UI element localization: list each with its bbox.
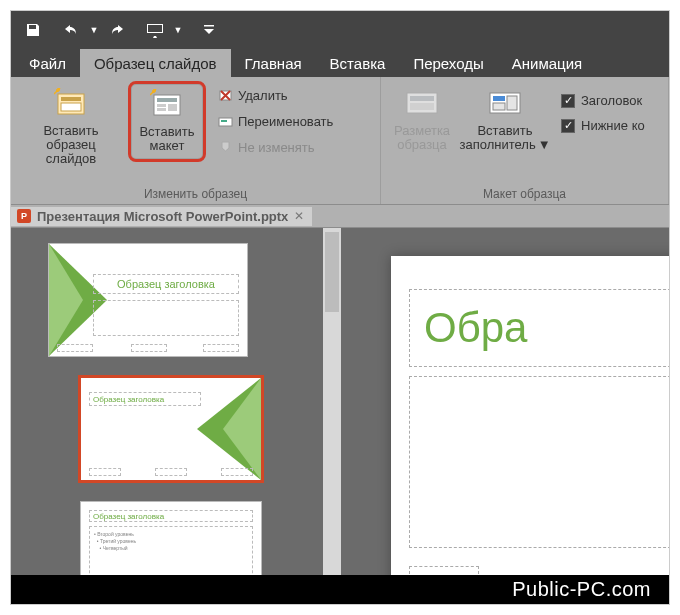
tab-transitions[interactable]: Переходы [399, 49, 497, 77]
svg-rect-0 [204, 25, 214, 27]
svg-rect-16 [493, 96, 505, 101]
quick-access-toolbar: ▼ ▼ [11, 11, 669, 49]
placeholder-icon [487, 85, 523, 121]
master-layout-button: Разметка образца [387, 81, 457, 157]
title-checkbox[interactable]: ✓ [561, 94, 575, 108]
document-tab[interactable]: P Презентация Microsoft PowerPoint.pptx … [11, 207, 312, 226]
tab-insert[interactable]: Вставка [316, 49, 400, 77]
title-placeholder[interactable]: Обра [409, 289, 669, 367]
title-checkbox-row[interactable]: ✓ Заголовок [559, 89, 647, 112]
undo-button[interactable] [57, 16, 85, 44]
delete-icon [216, 86, 234, 104]
footers-checkbox-row[interactable]: ✓ Нижние ко [559, 114, 647, 137]
slide-master-icon [53, 85, 89, 121]
insert-placeholder-label-1: Вставить [477, 124, 532, 138]
thumbnails-scrollbar[interactable] [323, 228, 341, 604]
rename-label: Переименовать [238, 114, 333, 129]
group-edit-master-label: Изменить образец [11, 185, 380, 204]
master-layout-label-1: Разметка [394, 124, 450, 138]
tab-file[interactable]: Файл [15, 49, 80, 77]
current-slide[interactable]: Обра [391, 256, 669, 596]
content-placeholder[interactable] [409, 376, 669, 548]
rename-button[interactable]: Переименовать [213, 109, 336, 133]
svg-rect-7 [157, 108, 166, 111]
thumbnails-pane[interactable]: Образец заголовка Образец заголовка [11, 228, 341, 604]
svg-rect-11 [221, 120, 227, 122]
ribbon: Вставить образец слайдов Вставить макет [11, 77, 669, 205]
svg-rect-5 [157, 98, 177, 102]
tab-slide-master[interactable]: Образец слайдов [80, 49, 231, 77]
delete-button[interactable]: Удалить [213, 83, 336, 107]
footers-checkbox[interactable]: ✓ [561, 119, 575, 133]
preserve-label: Не изменять [238, 140, 315, 155]
save-button[interactable] [19, 16, 47, 44]
master-layout-icon [404, 85, 440, 121]
tab-animations[interactable]: Анимация [498, 49, 596, 77]
footers-checkbox-label: Нижние ко [581, 118, 645, 133]
redo-button[interactable] [103, 16, 131, 44]
thumb-master-title: Образец заголовка [117, 278, 215, 290]
preserve-button[interactable]: Не изменять [213, 135, 336, 159]
thumb-layout2-title: Образец заголовка [93, 512, 164, 521]
slide-master-thumbnail[interactable]: Образец заголовка [49, 244, 247, 356]
title-checkbox-label: Заголовок [581, 93, 642, 108]
watermark: Public-PC.com [11, 575, 669, 604]
master-layout-label-2: образца [397, 138, 447, 152]
rename-icon [216, 112, 234, 130]
delete-label: Удалить [238, 88, 288, 103]
layout-icon [149, 86, 185, 122]
document-tab-close[interactable]: ✕ [294, 209, 304, 223]
insert-slide-master-label-2: образец слайдов [22, 138, 120, 166]
insert-slide-master-label-1: Вставить [43, 124, 98, 138]
group-master-layout-label: Макет образца [381, 185, 668, 204]
tab-home[interactable]: Главная [231, 49, 316, 77]
layout-thumbnail-1[interactable]: Образец заголовка [81, 378, 261, 480]
insert-layout-button[interactable]: Вставить макет [128, 81, 206, 162]
slideshow-dropdown[interactable]: ▼ [171, 16, 185, 44]
preserve-icon [216, 138, 234, 156]
chevron-down-icon: ▼ [538, 137, 551, 152]
undo-dropdown[interactable]: ▼ [87, 16, 101, 44]
thumb-layout1-title: Образец заголовка [93, 395, 164, 404]
powerpoint-file-icon: P [17, 209, 31, 223]
svg-rect-2 [61, 97, 81, 101]
document-tab-label: Презентация Microsoft PowerPoint.pptx [37, 209, 288, 224]
ribbon-tabs: Файл Образец слайдов Главная Вставка Пер… [11, 49, 669, 77]
svg-rect-17 [507, 96, 517, 110]
insert-placeholder-label-2: заполнитель▼ [459, 138, 550, 152]
slide-editor[interactable]: Обра [341, 228, 669, 604]
slideshow-button[interactable] [141, 16, 169, 44]
title-placeholder-text: Обра [424, 304, 527, 352]
insert-layout-label-1: Вставить [139, 125, 194, 139]
insert-placeholder-button[interactable]: Вставить заполнитель▼ [460, 81, 550, 157]
workspace: Образец заголовка Образец заголовка [11, 228, 669, 604]
svg-rect-6 [157, 104, 166, 107]
qat-customize-button[interactable] [195, 16, 223, 44]
insert-slide-master-button[interactable]: Вставить образец слайдов [17, 81, 125, 171]
svg-rect-14 [410, 103, 434, 110]
scrollbar-handle[interactable] [325, 232, 339, 312]
svg-rect-8 [168, 104, 177, 111]
svg-rect-18 [493, 103, 505, 110]
document-tab-bar: P Презентация Microsoft PowerPoint.pptx … [11, 205, 669, 228]
svg-rect-13 [410, 96, 434, 101]
insert-layout-label-2: макет [150, 139, 185, 153]
svg-rect-3 [61, 103, 81, 111]
